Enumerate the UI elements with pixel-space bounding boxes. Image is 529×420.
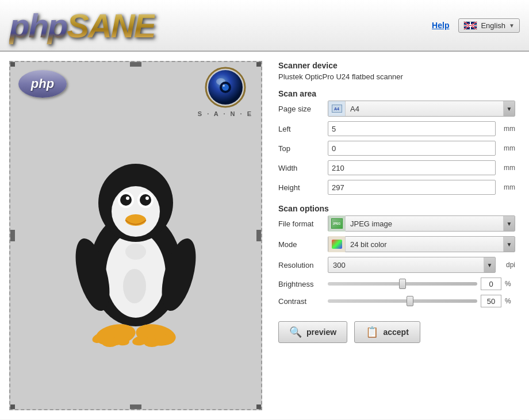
scan-options-heading: Scan options [278,204,515,213]
brightness-slider-container: 0 [328,278,501,290]
help-link[interactable]: Help [432,21,449,30]
preview-icon: 🔍 [289,326,302,338]
mode-dropdown[interactable]: 24 bit color ▼ [328,236,515,252]
page-size-value: A4 [346,105,503,113]
height-label: Height [278,183,324,192]
contrast-unit: % [505,297,515,305]
svg-point-17 [145,196,149,200]
file-format-value: JPEG image [346,219,503,228]
accept-button[interactable]: 📋 accept [354,321,420,343]
preview-label: preview [306,327,336,337]
contrast-value: 50 [487,297,495,306]
drag-handle-bottomleft[interactable] [10,404,15,409]
drag-handle-left[interactable] [10,230,15,241]
jpeg-icon: JPEG [328,215,346,232]
flag-icon [463,21,477,30]
mode-row: Mode 24 bit color ▼ [278,236,515,252]
drag-handle-topright[interactable] [256,62,261,67]
contrast-thumb[interactable] [407,296,413,306]
left-label: Left [278,125,324,133]
sane-brand-text: S · A · N · E [198,110,253,117]
file-format-arrow-icon: ▼ [503,216,515,231]
brightness-label: Brightness [278,280,324,288]
height-row: Height mm [278,180,515,195]
brightness-unit: % [505,280,515,288]
header-right: Help English ▼ [432,18,520,33]
top-label: Top [278,144,324,153]
resolution-arrow-icon: ▼ [484,257,495,272]
php-logo: php [18,70,67,98]
color-mode-icon [328,236,346,252]
svg-point-5 [223,84,225,87]
mode-value: 24 bit color [346,240,503,249]
svg-point-30 [125,244,146,260]
language-dropdown[interactable]: English ▼ [458,18,520,33]
width-input[interactable] [328,160,496,175]
scan-area-heading: Scan area [278,89,515,98]
file-format-row: File format JPEG JPEG image ▼ [278,215,515,232]
brightness-value-box: 0 [481,278,501,290]
resolution-unit: dpi [499,261,515,269]
dropdown-arrow-icon: ▼ [509,22,515,29]
sane-eye-icon [205,67,246,108]
drag-handle-right[interactable] [256,230,261,241]
page-size-dropdown[interactable]: A4 A4 ▼ [328,101,515,117]
language-label: English [481,21,505,30]
drag-handle-bottomright[interactable] [256,404,261,409]
a4-page-icon: A4 [328,101,346,117]
tux-illustration [49,120,222,361]
page-size-label: Page size [278,105,324,113]
resolution-value: 300 [328,261,484,269]
width-label: Width [278,164,324,172]
top-unit: mm [499,144,515,152]
accept-icon: 📋 [366,326,378,338]
resolution-dropdown[interactable]: 300 ▼ [328,257,496,273]
top-row: Top mm [278,141,515,156]
action-buttons: 🔍 preview 📋 accept [278,321,515,343]
svg-point-29 [123,269,146,303]
drag-handle-bottom[interactable] [130,404,141,409]
page-size-arrow-icon: ▼ [503,101,515,116]
contrast-slider-container: 50 [328,295,501,307]
file-format-label: File format [278,219,324,228]
brightness-row: Brightness 0 % [278,278,515,290]
settings-panel: Scanner device Plustek OpticPro U24 flat… [274,61,520,410]
file-format-dropdown[interactable]: JPEG JPEG image ▼ [328,215,515,232]
contrast-row: Contrast 50 % [278,295,515,307]
height-input[interactable] [328,180,496,195]
svg-point-13 [126,196,129,200]
contrast-value-box: 50 [481,295,501,307]
contrast-label: Contrast [278,297,324,306]
left-unit: mm [499,125,515,133]
preview-button[interactable]: 🔍 preview [278,321,347,343]
resolution-row: Resolution 300 ▼ dpi [278,257,515,273]
mode-arrow-icon: ▼ [503,237,515,252]
scanner-preview: php [9,61,262,410]
brightness-value: 0 [489,280,493,288]
width-unit: mm [499,164,515,172]
left-input[interactable] [328,121,496,136]
top-input[interactable] [328,141,496,156]
height-unit: mm [499,183,515,191]
page-size-row: Page size A4 A4 ▼ [278,101,515,117]
app-header: phpSANE Help English ▼ [0,0,529,52]
brightness-thumb[interactable] [399,279,406,289]
scanner-device-name: Plustek OpticPro U24 flatbed scanner [278,72,515,81]
brightness-track[interactable] [328,282,477,286]
app-logo: phpSANE [9,6,155,45]
width-row: Width mm [278,160,515,175]
sane-logo: S · A · N · E [198,67,253,117]
drag-handle-topleft[interactable] [10,62,15,67]
contrast-track[interactable] [328,299,477,303]
mode-label: Mode [278,240,324,249]
accept-label: accept [383,327,408,337]
main-content: php [0,52,529,419]
resolution-label: Resolution [278,261,324,269]
scanner-device-heading: Scanner device [278,61,515,70]
logo-text: phpSANE [9,7,155,44]
svg-point-9 [112,186,160,237]
left-row: Left mm [278,121,515,136]
drag-handle-top[interactable] [130,62,141,67]
